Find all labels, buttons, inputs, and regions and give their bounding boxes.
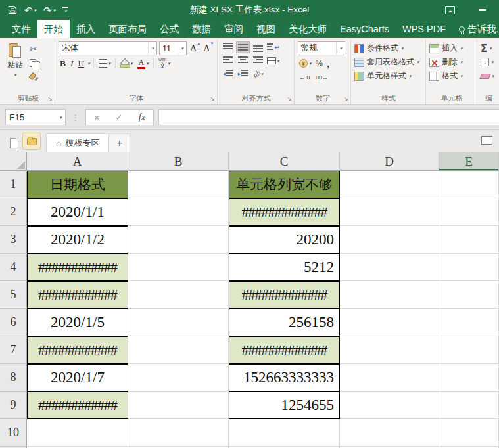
fill-color-button[interactable]: ▾ (119, 57, 134, 70)
menu-tab[interactable]: 页面布局 (102, 20, 153, 38)
insert-function-button[interactable]: fx (139, 112, 145, 123)
accounting-format-button[interactable]: ¥▾ (298, 57, 313, 70)
menu-tab[interactable]: 美化大师 (282, 20, 333, 38)
column-header-B[interactable]: B (128, 152, 229, 171)
cell-D3[interactable] (340, 226, 439, 254)
menu-tab[interactable]: EasyCharts (333, 20, 396, 38)
cell-A5[interactable]: ############ (27, 281, 128, 309)
cell-A9[interactable]: ############ (27, 392, 128, 419)
conditional-formatting-button[interactable]: 条件格式 ▾ (354, 41, 423, 55)
menu-tab[interactable]: WPS PDF (396, 20, 452, 38)
cell-C3[interactable]: 20200 (229, 226, 340, 254)
cell-A10[interactable] (27, 419, 128, 447)
open-folder-button[interactable] (22, 133, 41, 150)
cell-D5[interactable] (340, 281, 439, 309)
number-dialog-launcher[interactable]: ↘ (343, 96, 348, 102)
cell-A3[interactable]: 2020/1/2 (27, 226, 128, 254)
menu-tab[interactable]: 视图 (250, 20, 282, 38)
select-all-corner[interactable] (0, 152, 27, 171)
alignment-dialog-launcher[interactable]: ↘ (287, 96, 292, 102)
cell-C7[interactable]: ############# (229, 336, 340, 364)
cell-B5[interactable] (128, 281, 229, 309)
format-cells-button[interactable]: 格式 ▾ (429, 69, 474, 83)
align-left-button[interactable] (221, 55, 235, 66)
tab-list-icon[interactable] (481, 136, 492, 145)
formula-bar-grip[interactable]: ⋮ (72, 113, 80, 122)
ribbon-display-options-button[interactable] (445, 6, 455, 14)
wrap-text-button[interactable]: ↩ (266, 41, 280, 53)
column-header-D[interactable]: D (340, 152, 439, 171)
cell-E10[interactable] (439, 419, 499, 447)
cell-C9[interactable]: 1254655 (229, 392, 340, 419)
phonetic-guide-button[interactable]: wén文▾ (157, 57, 171, 70)
row-header-9[interactable]: 9 (0, 392, 27, 419)
row-header-10[interactable]: 10 (0, 419, 27, 447)
confirm-entry-button[interactable]: ✓ (116, 112, 123, 122)
cell-B1[interactable] (128, 171, 229, 198)
cell-E4[interactable] (439, 254, 499, 281)
row-header-6[interactable]: 6 (0, 309, 27, 336)
percent-style-button[interactable]: % (314, 57, 325, 70)
paste-button[interactable]: 粘贴 ▾ (5, 41, 26, 83)
name-box[interactable]: E15 ▾ (5, 109, 66, 125)
cell-A4[interactable]: ############ (27, 254, 128, 281)
orientation-button[interactable]: ab▾ (251, 68, 265, 79)
document-tab[interactable]: ⌂ 模板专区 (46, 133, 109, 152)
cell-E9[interactable] (439, 392, 499, 419)
cell-E1[interactable] (439, 171, 499, 198)
clear-button[interactable]: ▾ (481, 69, 497, 83)
insert-cells-button[interactable]: 插入 ▾ (429, 41, 474, 55)
cell-D6[interactable] (340, 309, 439, 336)
dropdown-caret-icon[interactable]: ▾ (59, 115, 62, 120)
redo-button[interactable]: ↷▾ (43, 5, 55, 15)
delete-cells-button[interactable]: 删除 ▾ (429, 55, 474, 69)
column-header-A[interactable]: A (27, 152, 128, 171)
menu-tab[interactable]: 数据 (185, 20, 218, 38)
clipboard-dialog-launcher[interactable]: ↘ (47, 96, 53, 102)
row-header-3[interactable]: 3 (0, 226, 27, 254)
increase-decimal-button[interactable]: ←.0 (298, 71, 312, 83)
save-button[interactable] (8, 5, 17, 14)
borders-button[interactable]: ▾ (97, 57, 112, 70)
menu-tab[interactable]: 文件 (5, 20, 37, 38)
cell-A7[interactable]: ############ (27, 336, 128, 364)
align-bottom-button[interactable] (251, 41, 265, 53)
cell-C5[interactable]: ############# (229, 281, 340, 309)
fill-button[interactable]: ↓▾ (481, 55, 497, 69)
row-header-1[interactable]: 1 (0, 171, 27, 198)
cell-E7[interactable] (439, 336, 499, 364)
dropdown-caret-icon[interactable]: ▾ (34, 8, 37, 12)
cell-B2[interactable] (128, 198, 229, 226)
column-header-E[interactable]: E (439, 152, 499, 171)
font-family-select[interactable]: 宋体▾ (59, 41, 157, 55)
number-format-select[interactable]: 常规▾ (298, 41, 345, 55)
cell-A6[interactable]: 2020/1/5 (27, 309, 128, 336)
column-header-C[interactable]: C (229, 152, 340, 171)
align-center-button[interactable] (236, 55, 250, 66)
row-header-8[interactable]: 8 (0, 364, 27, 392)
cell-B3[interactable] (128, 226, 229, 254)
bold-button[interactable]: B (59, 57, 67, 70)
cell-E8[interactable] (439, 364, 499, 392)
decrease-indent-button[interactable]: ◂ (221, 68, 235, 79)
align-right-button[interactable] (251, 55, 265, 66)
cell-A1[interactable]: 日期格式 (27, 171, 128, 198)
cell-D2[interactable] (340, 198, 439, 226)
formula-input[interactable] (158, 109, 499, 125)
cell-D1[interactable] (340, 171, 439, 198)
font-dialog-launcher[interactable]: ↘ (210, 96, 215, 102)
customize-qat-button[interactable]: ▾ (62, 7, 68, 13)
comma-style-button[interactable]: , (325, 57, 331, 70)
cell-B7[interactable] (128, 336, 229, 364)
minimize-button[interactable] (479, 9, 486, 11)
menu-tab[interactable]: 插入 (70, 20, 102, 38)
cell-D10[interactable] (340, 419, 439, 447)
shrink-font-button[interactable]: A▾ (202, 42, 213, 55)
cancel-entry-button[interactable]: × (94, 112, 99, 123)
italic-button[interactable]: I (69, 57, 75, 70)
row-header-5[interactable]: 5 (0, 281, 27, 309)
menu-tab[interactable]: 审阅 (218, 20, 250, 38)
cell-styles-button[interactable]: 单元格样式 ▾ (354, 69, 423, 83)
font-color-button[interactable]: A▾ (136, 57, 151, 70)
menu-tab[interactable]: 开始 (37, 20, 70, 38)
